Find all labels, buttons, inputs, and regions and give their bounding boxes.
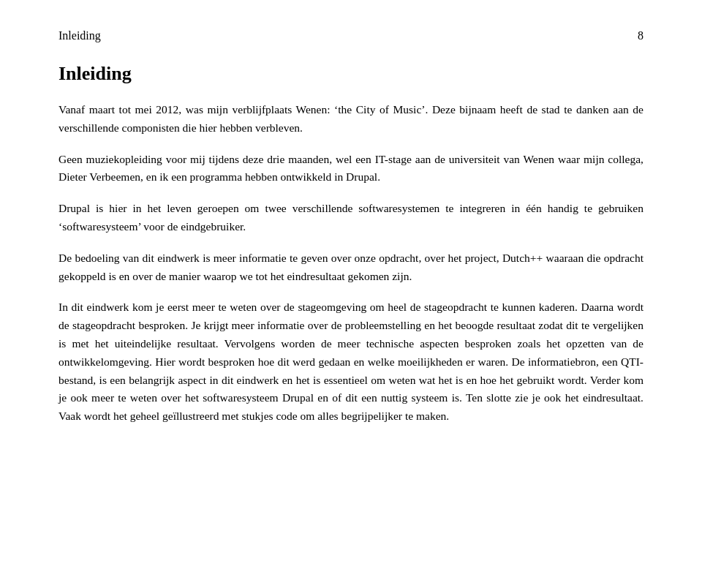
header-title: Inleiding xyxy=(58,29,101,42)
paragraph-2: Geen muziekopleiding voor mij tijdens de… xyxy=(58,151,644,187)
section-heading: Inleiding xyxy=(58,63,644,85)
page-header: Inleiding 8 xyxy=(58,29,644,42)
paragraph-4: De bedoeling van dit eindwerk is meer in… xyxy=(58,249,644,286)
paragraph-5: In dit eindwerk kom je eerst meer te wet… xyxy=(58,298,644,426)
paragraph-3: Drupal is hier in het leven geroepen om … xyxy=(58,200,644,236)
page: Inleiding 8 Inleiding Vanaf maart tot me… xyxy=(0,0,702,588)
header-page-number: 8 xyxy=(638,29,644,42)
paragraph-1: Vanaf maart tot mei 2012, was mijn verbl… xyxy=(58,101,644,137)
